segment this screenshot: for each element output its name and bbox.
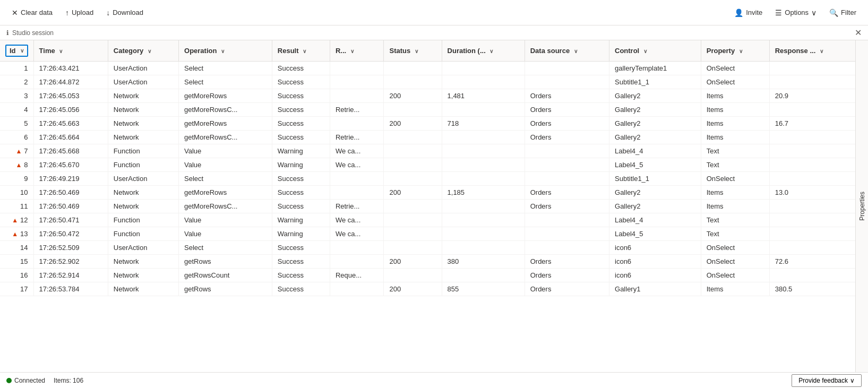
cell-property: Items [701, 186, 769, 200]
cell-datasource: Orders [525, 131, 609, 144]
cell-result: Success [272, 117, 330, 131]
property-sort-icon: ∨ [739, 48, 743, 54]
cell-control: Gallery2 [609, 131, 701, 144]
cell-datasource [525, 144, 609, 158]
cell-operation: Value [179, 144, 272, 158]
cell-response [769, 75, 855, 89]
download-button[interactable]: ↓ Download [101, 6, 149, 20]
cell-id: 5 [0, 117, 33, 131]
cell-duration [442, 144, 525, 158]
cell-r: Retrie... [330, 103, 384, 117]
cell-category: Network [108, 255, 178, 269]
invite-button[interactable]: 👤 Invite [729, 6, 768, 20]
cell-id: 14 [0, 241, 33, 255]
table-row[interactable]: 1617:26:52.914NetworkgetRowsCountSuccess… [0, 269, 855, 282]
upload-icon: ↑ [65, 8, 69, 17]
column-header-time[interactable]: Time ∨ [33, 40, 108, 62]
cell-id: ▲12 [0, 213, 33, 227]
right-panel[interactable]: Properties [855, 40, 868, 372]
cell-category: Network [108, 186, 178, 200]
cell-response [769, 144, 855, 158]
column-header-status[interactable]: Status ∨ [384, 40, 442, 62]
cell-result: Warning [272, 213, 330, 227]
cell-response: 72.6 [769, 255, 855, 269]
table-row[interactable]: 1017:26:50.469NetworkgetMoreRowsSuccess2… [0, 186, 855, 200]
cell-property: Items [701, 117, 769, 131]
column-header-id[interactable]: Id ∨ [0, 40, 33, 62]
cell-operation: Select [179, 241, 272, 255]
table-row[interactable]: 517:26:45.663NetworkgetMoreRowsSuccess20… [0, 117, 855, 131]
cell-result: Success [272, 241, 330, 255]
status-sort-icon: ∨ [415, 48, 418, 54]
column-header-datasource[interactable]: Data source ∨ [525, 40, 609, 62]
column-header-duration[interactable]: Duration (... ∨ [442, 40, 525, 62]
table-row[interactable]: ▲1317:26:50.472FunctionValueWarningWe ca… [0, 227, 855, 241]
table-row[interactable]: 617:26:45.664NetworkgetMoreRowsC...Succe… [0, 131, 855, 144]
cell-category: Function [108, 227, 178, 241]
result-sort-icon: ∨ [303, 48, 306, 54]
column-header-property[interactable]: Property ∨ [701, 40, 769, 62]
cell-result: Success [272, 255, 330, 269]
cell-response [769, 103, 855, 117]
cell-result: Success [272, 75, 330, 89]
table-row[interactable]: 117:26:43.421UserActionSelectSuccessgall… [0, 62, 855, 75]
column-header-response[interactable]: Response ... ∨ [769, 40, 855, 62]
response-sort-icon: ∨ [820, 48, 823, 54]
table-row[interactable]: 917:26:49.219UserActionSelectSuccessSubt… [0, 172, 855, 186]
cell-control: Subtitle1_1 [609, 75, 701, 89]
table-row[interactable]: 217:26:44.872UserActionSelectSuccessSubt… [0, 75, 855, 89]
cell-id: 3 [0, 89, 33, 103]
cell-duration: 855 [442, 282, 525, 296]
toolbar-right: 👤 Invite ☰ Options ∨ 🔍 Filter [729, 6, 862, 20]
cell-status [384, 158, 442, 172]
options-button[interactable]: ☰ Options ∨ [770, 6, 822, 20]
cell-id: 10 [0, 186, 33, 200]
operation-sort-icon: ∨ [221, 48, 225, 54]
table-row[interactable]: 417:26:45.056NetworkgetMoreRowsC...Succe… [0, 103, 855, 117]
cell-time: 17:26:50.469 [33, 186, 108, 200]
cell-duration [442, 213, 525, 227]
table-row[interactable]: 1417:26:52.509UserActionSelectSuccessico… [0, 241, 855, 255]
table-row[interactable]: 1517:26:52.902NetworkgetRowsSuccess20038… [0, 255, 855, 269]
cell-operation: getMoreRows [179, 117, 272, 131]
cell-r [330, 75, 384, 89]
options-chevron-icon: ∨ [811, 8, 817, 17]
table-row[interactable]: 317:26:45.053NetworkgetMoreRowsSuccess20… [0, 89, 855, 103]
cell-response: 20.9 [769, 89, 855, 103]
cell-response: 13.0 [769, 186, 855, 200]
cell-operation: getRows [179, 255, 272, 269]
provide-feedback-button[interactable]: Provide feedback ∨ [792, 374, 862, 387]
column-header-result[interactable]: Result ∨ [272, 40, 330, 62]
cell-category: UserAction [108, 75, 178, 89]
cell-duration [442, 103, 525, 117]
cell-control: Subtitle1_1 [609, 172, 701, 186]
table-row[interactable]: ▲717:26:45.668FunctionValueWarningWe ca.… [0, 144, 855, 158]
clear-data-button[interactable]: ✕ Clear data [6, 6, 58, 20]
column-header-operation[interactable]: Operation ∨ [179, 40, 272, 62]
cell-control: galleryTemplate1 [609, 62, 701, 75]
column-header-category[interactable]: Category ∨ [108, 40, 178, 62]
cell-category: UserAction [108, 62, 178, 75]
cell-result: Success [272, 89, 330, 103]
table-row[interactable]: ▲817:26:45.670FunctionValueWarningWe ca.… [0, 158, 855, 172]
table-wrapper[interactable]: Id ∨ Time ∨ Category ∨ Operation ∨ Resul… [0, 40, 855, 372]
cell-r: Reque... [330, 269, 384, 282]
cell-result: Success [272, 269, 330, 282]
close-session-button[interactable]: ✕ [855, 28, 862, 38]
filter-button[interactable]: 🔍 Filter [824, 6, 862, 20]
table-row[interactable]: 1717:26:53.784NetworkgetRowsSuccess20085… [0, 282, 855, 296]
table-row[interactable]: 1117:26:50.469NetworkgetMoreRowsC...Succ… [0, 200, 855, 213]
cell-status: 200 [384, 117, 442, 131]
cell-category: Network [108, 103, 178, 117]
cell-datasource: Orders [525, 186, 609, 200]
column-header-r[interactable]: R... ∨ [330, 40, 384, 62]
table-row[interactable]: ▲1217:26:50.471FunctionValueWarningWe ca… [0, 213, 855, 227]
cell-category: Network [108, 200, 178, 213]
column-header-control[interactable]: Control ∨ [609, 40, 701, 62]
cell-status [384, 131, 442, 144]
cell-duration: 718 [442, 117, 525, 131]
cell-category: Function [108, 144, 178, 158]
cell-category: Network [108, 282, 178, 296]
upload-button[interactable]: ↑ Upload [60, 6, 99, 20]
cell-result: Success [272, 103, 330, 117]
